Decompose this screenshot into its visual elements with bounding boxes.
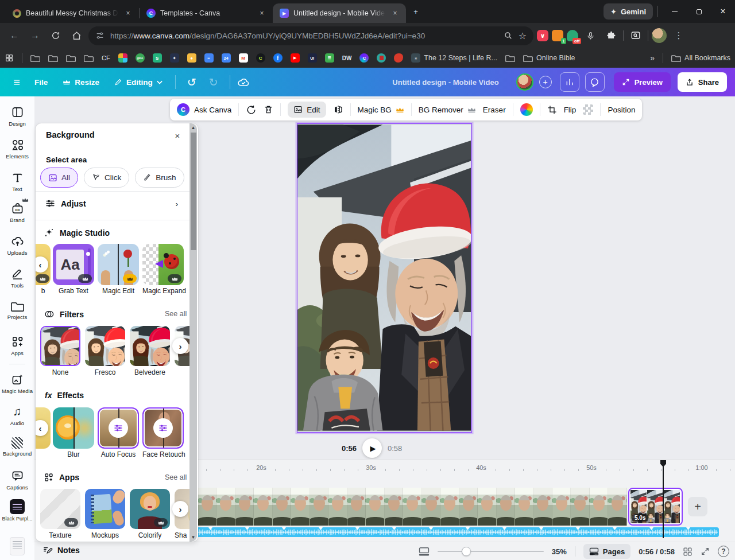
filters-see-all[interactable]: See all bbox=[165, 310, 187, 318]
share-button[interactable]: Share bbox=[678, 72, 727, 92]
effect-card-blur[interactable] bbox=[53, 407, 94, 449]
bookmark-12-steps[interactable]: ✳The 12 Steps | Life R... bbox=[411, 53, 497, 63]
scrollbar-thumb[interactable] bbox=[191, 133, 196, 250]
bookmark-tree-icon[interactable]: ✦ bbox=[170, 53, 179, 63]
forward-icon[interactable]: → bbox=[26, 27, 44, 44]
area-all-button[interactable]: All bbox=[40, 168, 78, 188]
eraser-button[interactable]: Eraser bbox=[483, 106, 506, 114]
sidebar-item-design-thumb[interactable] bbox=[0, 537, 34, 555]
preview-button[interactable]: Preview bbox=[614, 72, 671, 92]
magic-card-magic-edit[interactable] bbox=[98, 244, 139, 285]
bookmark-canva-icon[interactable]: C bbox=[359, 53, 369, 63]
sidebar-item-design[interactable]: Design bbox=[0, 106, 34, 127]
bookmark-dark-c-icon[interactable]: C bbox=[256, 53, 265, 63]
resize-menu[interactable]: Resize bbox=[57, 78, 105, 87]
window-close-button[interactable]: × bbox=[711, 2, 735, 21]
app-card-texture[interactable] bbox=[40, 489, 80, 529]
comments-icon[interactable] bbox=[585, 72, 605, 92]
bookmark-ui-icon[interactable]: UI bbox=[308, 53, 317, 63]
transparency-icon[interactable] bbox=[583, 104, 593, 115]
add-clip-button[interactable]: + bbox=[688, 497, 707, 516]
bookmark-slack-icon[interactable] bbox=[118, 53, 127, 63]
area-click-button[interactable]: Click bbox=[84, 168, 129, 188]
browser-tab-1[interactable]: Beautiful Messy Christmas Dec × bbox=[6, 3, 139, 23]
pages-button[interactable]: Pages bbox=[583, 544, 630, 559]
undo-icon[interactable]: ↺ bbox=[183, 76, 201, 89]
bookmark-folder-icon[interactable] bbox=[505, 54, 515, 63]
filter-fresco[interactable] bbox=[85, 326, 125, 366]
effect-card-face-retouch[interactable] bbox=[142, 407, 184, 449]
gemini-button[interactable]: ✦ Gemini bbox=[604, 3, 653, 20]
minimize-button[interactable] bbox=[663, 2, 687, 21]
rotate-icon[interactable] bbox=[246, 104, 257, 115]
magic-bg-button[interactable]: Magic BG bbox=[358, 106, 404, 114]
edit-button[interactable]: Edit bbox=[288, 102, 326, 118]
zoom-slider-thumb[interactable] bbox=[462, 547, 471, 556]
sidebar-item-uploads[interactable]: Uploads bbox=[0, 235, 34, 256]
bookmark-youtube-icon[interactable]: ▶ bbox=[291, 53, 300, 63]
extension-1-icon[interactable]: 1 bbox=[552, 30, 563, 41]
bookmark-folder-icon[interactable] bbox=[30, 54, 40, 63]
adjust-chevron-icon[interactable]: › bbox=[171, 198, 183, 209]
bookmark-online-bible[interactable]: Online Bible bbox=[523, 54, 575, 63]
bookmark-dw[interactable]: DW bbox=[342, 55, 352, 61]
sidebar-item-elements[interactable]: Elements bbox=[0, 138, 34, 160]
canvas-page[interactable] bbox=[297, 123, 472, 433]
extensions-puzzle-icon[interactable] bbox=[602, 27, 620, 44]
panel-close-icon[interactable]: × bbox=[171, 129, 184, 142]
apps-next-icon[interactable]: › bbox=[172, 501, 188, 517]
magic-card-magic-expand[interactable] bbox=[142, 244, 184, 285]
position-button[interactable]: Position bbox=[608, 106, 635, 114]
browser-menu-icon[interactable]: ⋮ bbox=[670, 27, 687, 44]
new-tab-button[interactable]: + bbox=[406, 2, 425, 21]
bookmark-facebook-icon[interactable]: f bbox=[273, 53, 283, 63]
effect-card-auto-focus[interactable] bbox=[98, 407, 139, 449]
profile-avatar[interactable] bbox=[652, 28, 667, 43]
bookmark-list-icon[interactable]: ≣ bbox=[325, 53, 334, 63]
bg-remover-button[interactable]: BG Remover bbox=[419, 106, 476, 114]
magic-card-grab-text[interactable]: Aa bbox=[53, 244, 94, 285]
sidebar-item-audio[interactable]: ♫ Audio bbox=[0, 405, 34, 426]
timeline-view-icon[interactable] bbox=[419, 547, 430, 556]
playhead-line[interactable] bbox=[663, 466, 664, 538]
site-settings-icon[interactable] bbox=[95, 31, 105, 40]
video-clip-filmstrip[interactable] bbox=[198, 488, 627, 526]
bookmark-docs-icon[interactable]: ≡ bbox=[204, 53, 214, 63]
bookmark-gmail-icon[interactable]: M bbox=[239, 53, 248, 63]
filter-none[interactable] bbox=[40, 326, 80, 366]
extension-off-icon[interactable]: off bbox=[567, 30, 578, 41]
menu-icon[interactable]: ≡ bbox=[8, 76, 25, 89]
sidebar-item-background[interactable]: Background bbox=[0, 437, 34, 457]
fullscreen-icon[interactable] bbox=[701, 547, 710, 556]
tab-search-icon[interactable] bbox=[627, 27, 644, 44]
sidebar-item-black-purple[interactable]: Black Purpl... bbox=[0, 499, 34, 522]
bookmark-star-icon[interactable]: ☆ bbox=[519, 30, 527, 41]
browser-tab-active[interactable]: ▶ Untitled design - Mobile Video × bbox=[273, 3, 406, 23]
crop-icon[interactable] bbox=[547, 105, 557, 115]
sidebar-item-apps[interactable]: Apps bbox=[0, 335, 34, 356]
scroll-down-icon[interactable]: ▼ bbox=[189, 533, 197, 542]
panel-scrollbar[interactable]: ▲ ▼ bbox=[189, 123, 197, 542]
bookmark-s-icon[interactable]: S bbox=[153, 53, 162, 63]
selected-photo-clip[interactable]: 5.0s bbox=[628, 488, 683, 526]
url-bar[interactable]: https://www.canva.com/design/DAG6A37omUY… bbox=[88, 26, 533, 45]
file-menu[interactable]: File bbox=[29, 78, 53, 87]
sidebar-item-projects[interactable]: Projects bbox=[0, 301, 34, 320]
bookmark-folder-icon[interactable] bbox=[84, 54, 94, 63]
insights-icon[interactable] bbox=[560, 72, 579, 92]
bookmark-gloo-icon[interactable]: gloo bbox=[136, 53, 145, 63]
invite-plus-icon[interactable]: + bbox=[539, 76, 552, 88]
reload-icon[interactable] bbox=[47, 27, 64, 44]
bookmark-cf[interactable]: CF bbox=[102, 55, 110, 61]
sidebar-item-tools[interactable]: Tools bbox=[0, 267, 34, 289]
bookmark-calendar-icon[interactable]: 24 bbox=[222, 53, 231, 63]
ask-canva-button[interactable]: CAsk Canva bbox=[177, 103, 231, 116]
ruler-ticks[interactable] bbox=[198, 469, 735, 471]
tab-close-icon[interactable]: × bbox=[390, 8, 400, 18]
app-card-mockups[interactable] bbox=[85, 489, 125, 529]
maximize-button[interactable] bbox=[687, 2, 711, 21]
collaborator-avatar[interactable] bbox=[516, 73, 533, 91]
redo-icon[interactable]: ↻ bbox=[204, 76, 223, 89]
editing-mode-menu[interactable]: Editing bbox=[109, 78, 168, 87]
sidebar-item-text[interactable]: Text bbox=[0, 171, 34, 192]
